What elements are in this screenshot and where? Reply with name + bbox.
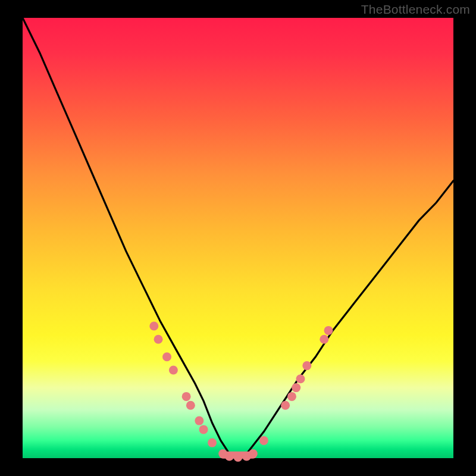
highlight-marker [186, 401, 195, 410]
highlight-marker [292, 383, 300, 392]
highlight-marker [154, 335, 163, 344]
highlight-marker [324, 326, 333, 335]
curve-layer [23, 18, 453, 458]
highlight-marker [162, 352, 171, 361]
highlight-marker [199, 425, 208, 434]
highlight-marker [169, 366, 178, 375]
highlight-marker [302, 361, 311, 370]
highlight-marker [320, 335, 328, 344]
highlight-marker [225, 452, 234, 461]
highlight-marker [259, 436, 268, 445]
highlight-marker [208, 439, 217, 447]
bottleneck-curve [23, 18, 453, 458]
watermark-text: TheBottleneck.com [361, 2, 470, 17]
bottleneck-curve-path [23, 18, 453, 458]
highlight-marker [296, 374, 305, 383]
highlight-marker [182, 392, 191, 401]
highlight-marker [195, 416, 203, 425]
highlight-marker [281, 401, 290, 410]
highlight-markers [149, 322, 333, 462]
chart-frame: TheBottleneck.com [0, 0, 476, 476]
plot-area [23, 18, 453, 458]
highlight-marker [234, 453, 243, 462]
highlight-marker [249, 449, 258, 458]
highlight-marker [149, 322, 158, 331]
highlight-marker [287, 392, 296, 401]
